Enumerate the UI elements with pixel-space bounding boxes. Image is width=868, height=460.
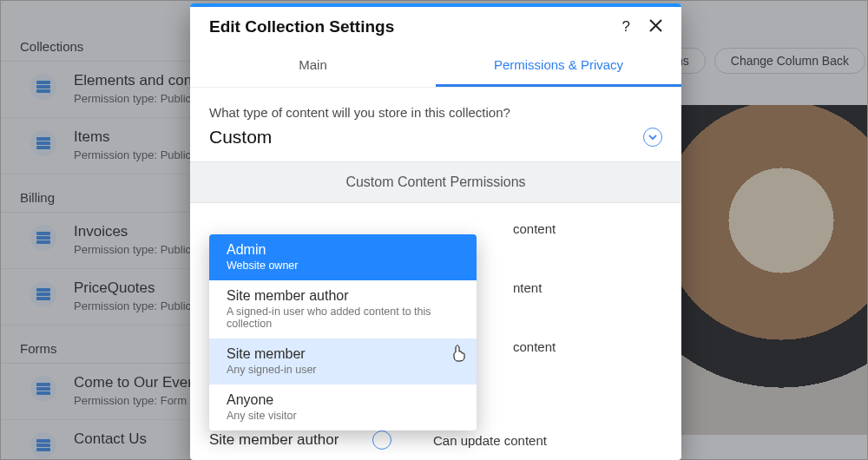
chevron-down-icon[interactable] bbox=[372, 430, 391, 450]
permission-desc: content bbox=[513, 221, 556, 236]
permission-desc: content bbox=[513, 339, 556, 354]
permission-role: Site member author bbox=[209, 431, 357, 449]
dropdown-item-admin[interactable]: Admin Website owner bbox=[209, 234, 477, 280]
dropdown-item-title: Admin bbox=[227, 242, 459, 258]
chevron-down-icon bbox=[643, 128, 662, 147]
permission-desc: ntent bbox=[513, 280, 542, 295]
cursor-icon bbox=[452, 345, 467, 365]
content-type-question: What type of content will you store in t… bbox=[190, 88, 681, 125]
permissions-band: Custom Content Permissions bbox=[190, 161, 681, 203]
dropdown-item-subtitle: A signed-in user who added content to th… bbox=[227, 306, 459, 330]
help-icon[interactable]: ? bbox=[622, 18, 630, 36]
tab-permissions[interactable]: Permissions & Privacy bbox=[436, 47, 681, 87]
content-type-value: Custom bbox=[209, 127, 272, 148]
dropdown-item-anyone[interactable]: Anyone Any site visitor bbox=[209, 384, 477, 430]
dropdown-item-member[interactable]: Site member Any signed-in user bbox=[209, 338, 477, 384]
modal-title: Edit Collection Settings bbox=[209, 17, 394, 36]
tab-main[interactable]: Main bbox=[190, 47, 436, 87]
dropdown-item-author[interactable]: Site member author A signed-in user who … bbox=[209, 280, 477, 338]
close-icon[interactable] bbox=[649, 19, 662, 36]
content-type-selector[interactable]: Custom bbox=[190, 125, 681, 161]
dropdown-item-subtitle: Any site visitor bbox=[227, 410, 459, 422]
modal-tabs: Main Permissions & Privacy bbox=[190, 47, 681, 88]
dropdown-item-subtitle: Any signed-in user bbox=[227, 364, 459, 376]
role-dropdown[interactable]: Admin Website owner Site member author A… bbox=[209, 234, 477, 430]
dropdown-item-title: Anyone bbox=[227, 392, 459, 408]
dropdown-item-title: Site member author bbox=[227, 288, 459, 304]
dropdown-item-title: Site member bbox=[227, 346, 459, 362]
permission-row-update: Site member author Can update content bbox=[190, 430, 547, 450]
permission-desc: Can update content bbox=[433, 433, 547, 448]
dropdown-item-subtitle: Website owner bbox=[227, 260, 459, 272]
